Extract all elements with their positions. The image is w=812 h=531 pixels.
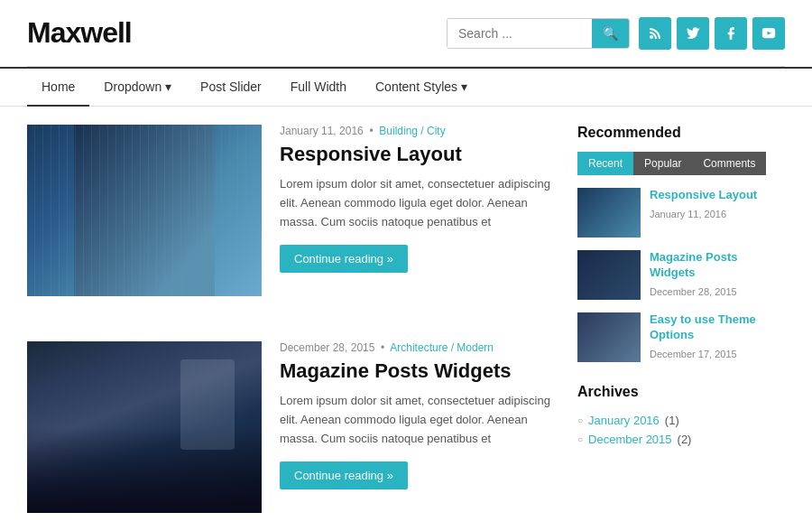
archive-item-2: December 2015 (2) <box>577 430 785 449</box>
post-1-meta: January 11, 2016 • Building / City <box>280 125 550 137</box>
post-2-body: December 28, 2015 • Architecture / Moder… <box>280 341 550 513</box>
post-1-category[interactable]: Building / City <box>379 125 445 137</box>
nav-item-home[interactable]: Home <box>27 69 89 107</box>
svg-point-0 <box>650 35 653 39</box>
post-1-image <box>27 125 262 296</box>
recommended-section: Recommended Recent Popular Comments Resp… <box>577 125 785 362</box>
post-2-date: December 28, 2015 <box>280 341 374 354</box>
sidebar-post-3: Easy to use Theme Options December 17, 2… <box>577 312 785 362</box>
tab-popular[interactable]: Popular <box>633 152 692 175</box>
main-container: January 11, 2016 • Building / City Respo… <box>0 107 812 531</box>
archive-link-2[interactable]: December 2015 <box>588 433 672 446</box>
post-1-read-more[interactable]: Continue reading » <box>280 245 408 273</box>
sidebar-post-1: Responsive Layout January 11, 2016 <box>577 188 785 238</box>
nav-item-dropdown[interactable]: Dropdown ▾ <box>89 69 186 107</box>
sidebar-thumb-3 <box>577 312 641 362</box>
post-2-excerpt: Lorem ipsum dolor sit amet, consectetuer… <box>280 392 550 448</box>
archives-section: Archives January 2016 (1) December 2015 … <box>577 384 785 449</box>
header-right: 🔍 <box>447 17 785 50</box>
nav-item-post-slider[interactable]: Post Slider <box>186 69 276 107</box>
tab-recent[interactable]: Recent <box>577 152 633 175</box>
youtube-icon[interactable] <box>752 17 785 50</box>
sidebar-post-3-info: Easy to use Theme Options December 17, 2… <box>650 312 785 360</box>
sidebar: Recommended Recent Popular Comments Resp… <box>577 125 785 531</box>
post-1-title: Responsive Layout <box>280 143 550 166</box>
sidebar-thumb-1 <box>577 188 641 238</box>
header: Maxwell 🔍 <box>0 0 812 66</box>
sidebar-tabs: Recent Popular Comments <box>577 152 785 175</box>
post-2: December 28, 2015 • Architecture / Moder… <box>27 341 550 531</box>
archive-count-2: (2) <box>678 433 692 446</box>
sidebar-post-2-date: December 28, 2015 <box>650 286 737 297</box>
nav-bar: Home Dropdown ▾ Post Slider Full Width C… <box>0 67 812 107</box>
recommended-title: Recommended <box>577 125 785 141</box>
nav-item-content-styles[interactable]: Content Styles ▾ <box>361 69 482 107</box>
sidebar-post-2: Magazine Posts Widgets December 28, 2015 <box>577 250 785 300</box>
sidebar-post-2-title[interactable]: Magazine Posts Widgets <box>650 250 785 281</box>
site-title: Maxwell <box>27 16 132 50</box>
post-1-excerpt: Lorem ipsum dolor sit amet, consectetuer… <box>280 175 550 231</box>
twitter-icon[interactable] <box>677 17 709 50</box>
archive-link-1[interactable]: January 2016 <box>588 414 660 427</box>
rss-icon[interactable] <box>639 17 671 50</box>
sidebar-post-1-date: January 11, 2016 <box>650 209 726 219</box>
archive-count-1: (1) <box>665 414 679 427</box>
post-2-read-more[interactable]: Continue reading » <box>280 461 408 489</box>
search-button[interactable]: 🔍 <box>592 19 629 48</box>
post-2-image <box>27 341 262 513</box>
post-2-meta: December 28, 2015 • Architecture / Moder… <box>280 341 550 354</box>
post-1: January 11, 2016 • Building / City Respo… <box>27 125 550 314</box>
post-2-category[interactable]: Architecture / Modern <box>390 341 494 354</box>
post-2-title: Magazine Posts Widgets <box>280 359 550 383</box>
tab-comments[interactable]: Comments <box>692 152 766 175</box>
sidebar-post-2-info: Magazine Posts Widgets December 28, 2015 <box>650 250 785 298</box>
sidebar-post-3-title[interactable]: Easy to use Theme Options <box>650 312 785 343</box>
search-box: 🔍 <box>447 18 630 49</box>
facebook-icon[interactable] <box>715 17 747 50</box>
social-icons <box>639 17 785 50</box>
content-area: January 11, 2016 • Building / City Respo… <box>27 125 550 531</box>
post-1-date: January 11, 2016 <box>280 125 364 137</box>
archives-list: January 2016 (1) December 2015 (2) <box>577 411 785 449</box>
archive-item-1: January 2016 (1) <box>577 411 785 430</box>
sidebar-thumb-2 <box>577 250 641 300</box>
sidebar-post-3-date: December 17, 2015 <box>650 349 737 359</box>
search-input[interactable] <box>448 19 592 48</box>
post-1-body: January 11, 2016 • Building / City Respo… <box>280 125 550 296</box>
archives-title: Archives <box>577 384 785 400</box>
nav-item-full-width[interactable]: Full Width <box>276 69 361 107</box>
sidebar-post-1-title[interactable]: Responsive Layout <box>650 188 757 203</box>
sidebar-post-1-info: Responsive Layout January 11, 2016 <box>650 188 757 220</box>
